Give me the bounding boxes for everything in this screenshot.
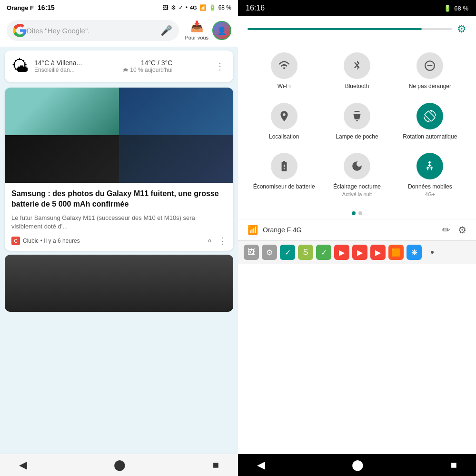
tray-icon-orange-app[interactable]: 🟧: [388, 245, 404, 260]
signal-icon: 📶: [199, 4, 207, 11]
tile-torch[interactable]: Lampe de poche: [320, 95, 393, 146]
tray-icon-gallery[interactable]: 🖼: [244, 245, 259, 260]
tile-label-night: Éclairage nocturneActivé la nuit: [333, 183, 381, 198]
tile-location[interactable]: Localisation: [248, 95, 320, 146]
news-image-2: [119, 88, 233, 135]
back-button-right[interactable]: ◀: [257, 459, 265, 471]
pour-vous-section: 📥 Pour vous: [185, 20, 208, 40]
tile-bluetooth[interactable]: Bluetooth: [320, 45, 393, 95]
tile-icon-night: [344, 153, 370, 179]
tray-icon-youtube[interactable]: ▶: [352, 245, 367, 260]
weather-temp: 14°C / 3°C: [123, 59, 172, 67]
user-avatar[interactable]: 👤: [212, 21, 231, 40]
page-dot-1[interactable]: [352, 211, 356, 215]
mic-icon[interactable]: 🎤: [160, 25, 172, 36]
svg-text:+: +: [281, 165, 284, 169]
tile-icon-wifi: [271, 52, 298, 79]
status-icons-right: 🔋 68 %: [444, 5, 468, 12]
recent-button-left[interactable]: ■: [213, 459, 219, 471]
google-logo: [13, 24, 27, 37]
battery-percent-right: 68 %: [454, 5, 468, 12]
tile-dnd[interactable]: Ne pas déranger: [394, 45, 466, 95]
tile-label-torch: Lampe de poche: [336, 133, 378, 141]
left-panel: Orange F 16:15 🖼 ⚙ ✓ • 4G 📶 🔋 68 % Dites…: [0, 0, 238, 476]
news-image-3: [5, 135, 119, 183]
news-images: [5, 88, 233, 183]
page-dot-2[interactable]: [358, 211, 362, 215]
weather-left: 🌤 14°C à Villena... Ensoleillé dan...: [11, 56, 82, 76]
tile-rotation[interactable]: Rotation automatique: [394, 95, 466, 146]
tray-icon-youtube[interactable]: ▶: [334, 245, 349, 260]
tile-mobile-data[interactable]: Données mobiles4G+: [394, 145, 466, 203]
brightness-track[interactable]: [248, 28, 452, 30]
network-left: 📶 Orange F 4G: [248, 225, 302, 235]
news-card-2[interactable]: [5, 255, 233, 312]
pour-vous-icon[interactable]: 📥: [190, 20, 203, 33]
battery-icon-left: 🔋: [209, 4, 216, 11]
google-search-bar[interactable]: Dites "Hey Google". 🎤: [7, 20, 179, 41]
network-actions: ✏ ⚙: [442, 224, 466, 236]
weather-precip: 🌧 10 % aujourd'hui: [123, 67, 172, 73]
news-image-4: [119, 135, 233, 183]
weather-desc: Ensoleillé dan...: [34, 67, 82, 73]
tile-icon-torch: [344, 103, 370, 129]
brightness-fill: [248, 28, 422, 30]
tile-label-bluetooth: Bluetooth: [345, 83, 369, 90]
tile-icon-location: [271, 103, 298, 129]
photo-icon: 🖼: [163, 4, 169, 11]
weather-right: 14°C / 3°C 🌧 10 % aujourd'hui: [123, 59, 172, 73]
news-content: Samsung : des photos du Galaxy M11 fuite…: [5, 183, 233, 251]
settings-icon: ⚙: [171, 4, 176, 11]
search-bar-container: Dites "Hey Google". 🎤 📥 Pour vous 👤: [0, 15, 238, 47]
network-settings-button[interactable]: ⚙: [458, 224, 466, 236]
save-article-icon[interactable]: ⚬: [206, 236, 213, 246]
bottom-nav-left: ◀ ⬤ ■: [0, 454, 238, 476]
network-signal-icon: 📶: [248, 225, 258, 235]
brightness-row: ⚙: [238, 16, 476, 40]
status-icons-left: 🖼 ⚙ ✓ • 4G 📶 🔋 68 %: [163, 4, 231, 11]
tile-battery-saver[interactable]: +Économiseur de batterie: [248, 145, 320, 203]
tray-icon-more[interactable]: •: [425, 245, 440, 260]
status-bar-right: 16:16 🔋 68 %: [238, 0, 476, 16]
battery-icon-right: 🔋: [444, 5, 451, 12]
right-panel: 16:16 🔋 68 % ⚙ Wi-FiBluetoothNe pas déra…: [238, 0, 476, 476]
article-more-icon[interactable]: ⋮: [218, 236, 227, 246]
tile-night[interactable]: Éclairage nocturneActivé la nuit: [320, 145, 393, 203]
back-button-left[interactable]: ◀: [19, 459, 27, 471]
tray-icon-dropbox[interactable]: ❋: [407, 245, 422, 260]
brightness-icon[interactable]: ⚙: [457, 23, 466, 35]
pour-vous-label: Pour vous: [185, 35, 208, 40]
news-excerpt: Le futur Samsung Galaxy M11 (successeur …: [11, 214, 227, 231]
weather-info: 14°C à Villena... Ensoleillé dan...: [34, 59, 82, 73]
edit-network-button[interactable]: ✏: [442, 224, 450, 236]
tray-icon-settings[interactable]: ⚙: [262, 245, 277, 260]
tray-icon-shopify[interactable]: S: [298, 245, 313, 260]
news-card[interactable]: Samsung : des photos du Galaxy M11 fuite…: [5, 88, 233, 251]
recent-button-right[interactable]: ■: [451, 459, 457, 471]
status-bar-left: Orange F 16:15 🖼 ⚙ ✓ • 4G 📶 🔋 68 %: [0, 0, 238, 15]
app-tray: 🖼⚙✓S✓▶▶▶🟧❋•: [238, 240, 476, 264]
home-button-left[interactable]: ⬤: [114, 459, 126, 471]
time-right: 16:16: [246, 4, 265, 12]
time-left: 16:15: [38, 4, 55, 11]
page-dots: [238, 208, 476, 219]
tile-wifi[interactable]: Wi-Fi: [248, 45, 320, 95]
weather-more-icon[interactable]: ⋮: [213, 59, 227, 74]
tile-label-battery-saver: Économiseur de batterie: [253, 183, 315, 191]
tile-icon-bluetooth: [344, 52, 370, 79]
carrier-text: Orange F: [7, 4, 34, 11]
home-button-right[interactable]: ⬤: [352, 459, 364, 471]
weather-card[interactable]: 🌤 14°C à Villena... Ensoleillé dan... 14…: [5, 50, 233, 82]
network-name: Orange F 4G: [263, 226, 302, 234]
tray-icon-youtube[interactable]: ▶: [370, 245, 386, 260]
tile-label-wifi: Wi-Fi: [278, 83, 291, 90]
news-actions: ⚬ ⋮: [206, 236, 227, 246]
tile-icon-rotation: [416, 103, 443, 129]
tray-icon-ticktick[interactable]: ✓: [280, 245, 295, 260]
news-footer: C Clubic • Il y a 6 heures ⚬ ⋮: [11, 236, 227, 246]
tile-icon-mobile-data: [416, 153, 443, 179]
check-icon: ✓: [178, 4, 183, 11]
tray-icon-tasks[interactable]: ✓: [316, 245, 331, 260]
tile-icon-dnd: [416, 52, 443, 79]
tile-label-dnd: Ne pas déranger: [409, 83, 451, 90]
